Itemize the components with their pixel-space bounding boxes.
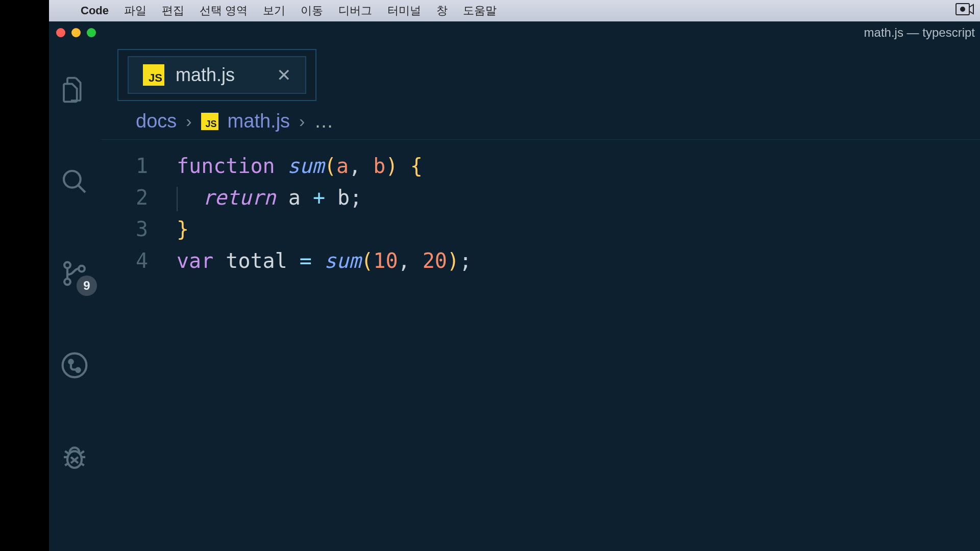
- tab-group: JS math.js ✕: [117, 49, 316, 101]
- svg-line-3: [78, 185, 85, 192]
- svg-point-4: [64, 262, 70, 268]
- menu-edit[interactable]: 편집: [162, 3, 184, 18]
- explorer-icon[interactable]: [59, 74, 90, 105]
- menu-window[interactable]: 창: [436, 3, 448, 18]
- line-number: 3: [100, 213, 177, 245]
- line-content[interactable]: return a + b;: [177, 182, 362, 213]
- line-number: 1: [100, 150, 177, 182]
- svg-point-8: [69, 360, 72, 363]
- menu-go[interactable]: 이동: [301, 3, 323, 18]
- menu-debug[interactable]: 디버그: [338, 3, 372, 18]
- js-file-icon: JS: [201, 113, 218, 130]
- tab-math-js[interactable]: JS math.js ✕: [128, 56, 306, 94]
- svg-line-16: [81, 451, 84, 454]
- code-line[interactable]: 3 }: [100, 213, 980, 245]
- window-close-button[interactable]: [56, 28, 65, 37]
- svg-line-15: [65, 451, 68, 454]
- menu-file[interactable]: 파일: [124, 3, 146, 18]
- breadcrumb-file[interactable]: math.js: [228, 110, 290, 132]
- tab-label: math.js: [176, 64, 235, 86]
- record-icon[interactable]: [955, 2, 974, 19]
- breadcrumb-symbol[interactable]: …: [314, 110, 333, 132]
- close-icon[interactable]: ✕: [277, 65, 291, 85]
- svg-point-9: [76, 368, 80, 372]
- editor-area: JS math.js ✕ docs › JS math.js › … 1 fun…: [100, 44, 980, 551]
- code-line[interactable]: 2 return a + b;: [100, 182, 980, 213]
- svg-point-2: [64, 171, 81, 188]
- menu-selection[interactable]: 선택 영역: [200, 3, 248, 18]
- svg-point-7: [63, 354, 87, 378]
- scm-badge: 9: [77, 276, 97, 296]
- editor-window: math.js — typescript 9: [49, 21, 980, 551]
- traffic-lights: [56, 28, 96, 37]
- menu-terminal[interactable]: 터미널: [387, 3, 421, 18]
- chevron-right-icon: ›: [186, 111, 191, 131]
- menubar-appname[interactable]: Code: [81, 4, 109, 17]
- window-minimize-button[interactable]: [71, 28, 81, 37]
- svg-point-1: [961, 7, 965, 11]
- chevron-right-icon: ›: [299, 111, 305, 131]
- line-number: 2: [100, 182, 177, 213]
- window-title: math.js — typescript: [864, 26, 975, 40]
- line-content[interactable]: }: [177, 213, 189, 245]
- menu-help[interactable]: 도움말: [463, 3, 497, 18]
- line-number: 4: [100, 245, 177, 277]
- activity-bar: 9: [49, 44, 100, 551]
- search-icon[interactable]: [59, 166, 90, 197]
- window-titlebar: math.js — typescript: [49, 21, 980, 44]
- line-content[interactable]: function sum(a, b) {: [177, 150, 423, 182]
- svg-point-6: [79, 266, 85, 272]
- debug-icon[interactable]: [59, 442, 90, 472]
- js-file-icon: JS: [143, 64, 164, 86]
- svg-point-5: [64, 279, 70, 285]
- source-control-icon[interactable]: 9: [59, 258, 90, 289]
- menu-view[interactable]: 보기: [263, 3, 285, 18]
- code-line[interactable]: 4 var total = sum(10, 20);: [100, 245, 980, 277]
- line-content[interactable]: var total = sum(10, 20);: [177, 245, 472, 277]
- breadcrumb-folder[interactable]: docs: [136, 110, 177, 132]
- gitlens-icon[interactable]: [59, 350, 90, 381]
- breadcrumb[interactable]: docs › JS math.js › …: [100, 101, 980, 140]
- code-view[interactable]: 1 function sum(a, b) { 2 return a + b; 3…: [100, 140, 980, 277]
- macos-menubar: Code 파일 편집 선택 영역 보기 이동 디버그 터미널 창 도움말: [49, 0, 980, 21]
- tab-row: JS math.js ✕: [100, 44, 980, 101]
- window-zoom-button[interactable]: [87, 28, 96, 37]
- code-line[interactable]: 1 function sum(a, b) {: [100, 150, 980, 182]
